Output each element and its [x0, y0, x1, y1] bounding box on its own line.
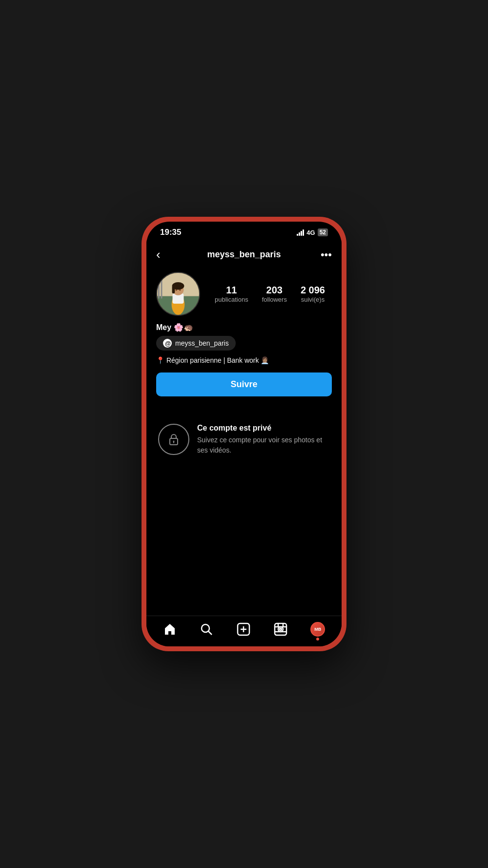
publications-count: 11: [226, 284, 237, 296]
nav-search[interactable]: [200, 622, 213, 636]
notch: [210, 222, 278, 235]
nav-notification-dot: [316, 638, 319, 641]
bottom-nav: MB: [146, 616, 342, 646]
svg-point-23: [280, 628, 282, 630]
nav-profile[interactable]: MB: [310, 622, 325, 637]
svg-point-22: [278, 627, 283, 632]
nav-profile-avatar: MB: [310, 622, 325, 637]
back-button[interactable]: ‹: [156, 247, 174, 262]
publications-label: publications: [215, 296, 248, 304]
avatar-wrap: [156, 272, 200, 316]
stat-following[interactable]: 2 096 suivi(e)s: [301, 284, 325, 304]
profile-top-row: 11 publications 203 followers 2 096 suiv…: [156, 272, 332, 316]
following-label: suivi(e)s: [301, 296, 325, 304]
signal-icon: [297, 229, 304, 236]
home-icon: [163, 622, 177, 636]
phone-frame: 19:35 4G 52 ‹ meyss_ben_paris •••: [142, 217, 346, 651]
network-label: 4G: [306, 229, 315, 236]
status-icons: 4G 52: [297, 228, 328, 236]
private-account-section: Ce compte est privé Suivez ce compte pou…: [146, 414, 342, 465]
battery-icon: 52: [318, 228, 328, 236]
profile-bio: 📍 Région parisienne | Bank work 👩🏽‍💼: [156, 355, 332, 366]
svg-rect-7: [172, 286, 175, 293]
avatar-image: [157, 272, 199, 316]
phone-screen: 19:35 4G 52 ‹ meyss_ben_paris •••: [146, 222, 342, 646]
svg-point-16: [202, 624, 209, 632]
followers-label: followers: [262, 296, 287, 304]
lock-circle: [158, 424, 189, 455]
threads-handle: meyss_ben_paris: [175, 339, 229, 347]
reels-icon: [274, 622, 287, 636]
stat-publications[interactable]: 11 publications: [215, 284, 248, 304]
search-icon: [200, 622, 213, 636]
svg-rect-10: [158, 282, 160, 298]
lock-icon: [167, 433, 181, 446]
avatar: [156, 272, 200, 316]
more-options-button[interactable]: •••: [314, 248, 332, 261]
profile-header: ‹ meyss_ben_paris •••: [146, 240, 342, 267]
svg-point-8: [176, 289, 177, 291]
threads-icon: @: [163, 339, 172, 348]
nav-reels[interactable]: [274, 622, 287, 636]
add-icon: [237, 622, 250, 636]
svg-rect-15: [173, 441, 174, 443]
stat-followers[interactable]: 203 followers: [262, 284, 287, 304]
private-account-title: Ce compte est privé: [197, 424, 330, 433]
following-count: 2 096: [301, 284, 325, 296]
follow-button[interactable]: Suivre: [156, 372, 332, 396]
private-text: Ce compte est privé Suivez ce compte pou…: [197, 424, 330, 455]
svg-point-9: [179, 289, 181, 291]
stats-row: 11 publications 203 followers 2 096 suiv…: [208, 284, 332, 304]
followers-count: 203: [266, 284, 283, 296]
nav-home[interactable]: [163, 622, 177, 636]
status-time: 19:35: [160, 227, 181, 237]
profile-name: Mey 🌸🦔: [156, 323, 332, 332]
svg-rect-11: [161, 280, 163, 298]
header-username: meyss_ben_paris: [174, 249, 314, 260]
threads-badge[interactable]: @ meyss_ben_paris: [156, 336, 236, 351]
profile-section: 11 publications 203 followers 2 096 suiv…: [146, 267, 342, 414]
svg-text:@: @: [165, 340, 171, 347]
svg-line-17: [208, 631, 212, 635]
private-account-description: Suivez ce compte pour voir ses photos et…: [197, 435, 330, 455]
app-content: ‹ meyss_ben_paris •••: [146, 240, 342, 616]
svg-rect-21: [275, 623, 286, 635]
nav-add[interactable]: [237, 622, 250, 636]
